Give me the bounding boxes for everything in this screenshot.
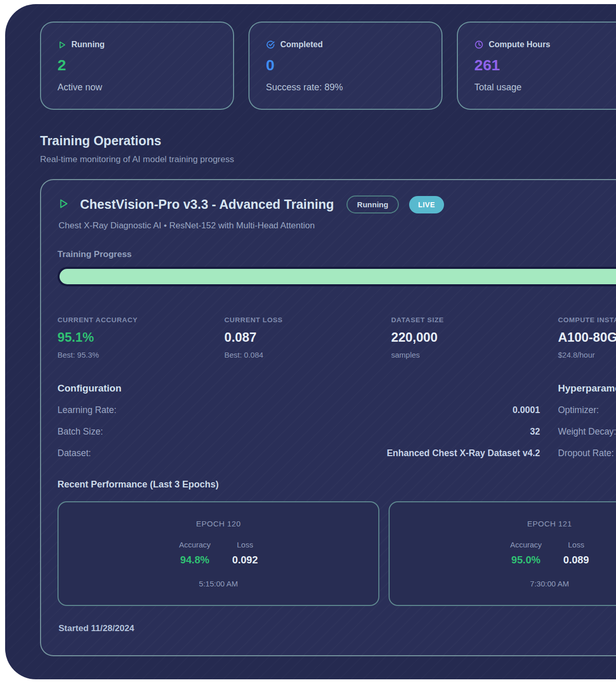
status-badge: Running bbox=[346, 195, 399, 213]
epoch-loss-label: Loss bbox=[232, 540, 258, 549]
hyper-row-weight-decay: Weight Decay: bbox=[558, 426, 616, 437]
metric-label: CURRENT LOSS bbox=[224, 316, 391, 324]
metric-value: 0.087 bbox=[224, 330, 391, 345]
metric-dataset-size: DATASET SIZE 220,000 samples bbox=[391, 316, 558, 359]
hyper-label: Dropout Rate: bbox=[558, 448, 614, 459]
metric-value: A100-80GB bbox=[558, 330, 616, 345]
metric-compute-instance: COMPUTE INSTANCE A100-80GB $24.8/hour bbox=[558, 316, 616, 359]
config-row-dataset: Dataset: Enhanced Chest X-Ray Dataset v4… bbox=[57, 448, 540, 459]
metric-current-accuracy: CURRENT ACCURACY 95.1% Best: 95.3% bbox=[57, 316, 224, 359]
stat-subtext: Total usage bbox=[474, 82, 616, 93]
stat-label: Completed bbox=[280, 40, 323, 49]
stat-subtext: Success rate: 89% bbox=[266, 82, 425, 93]
metric-value: 220,000 bbox=[391, 330, 558, 345]
configuration-title: Configuration bbox=[57, 383, 540, 394]
progress-fill bbox=[60, 269, 616, 284]
job-title: ChestVision-Pro v3.3 - Advanced Training bbox=[80, 197, 334, 212]
started-date: Started 11/28/2024 bbox=[59, 623, 616, 634]
job-header: ChestVision-Pro v3.3 - Advanced Training… bbox=[57, 195, 616, 213]
epoch-accuracy-label: Accuracy bbox=[179, 540, 211, 549]
configuration-panel: Configuration Learning Rate: 0.0001 Batc… bbox=[57, 383, 540, 459]
epochs-row: EPOCH 120 Accuracy 94.8% Loss 0.092 5:15… bbox=[57, 501, 616, 606]
page-subtitle: Real-time monitoring of AI model trainin… bbox=[40, 154, 616, 165]
hyperparameters-title: Hyperparameters bbox=[558, 383, 616, 394]
hyper-row-dropout-rate: Dropout Rate: bbox=[558, 448, 616, 459]
metric-subtext: Best: 0.084 bbox=[224, 350, 391, 359]
play-icon bbox=[57, 198, 69, 211]
page-title: Training Operations bbox=[40, 133, 616, 148]
config-label: Dataset: bbox=[57, 448, 91, 459]
dashboard-container: Running 2 Active now Completed 0 Success… bbox=[5, 4, 616, 679]
training-job-card[interactable]: ChestVision-Pro v3.3 - Advanced Training… bbox=[40, 179, 616, 656]
metric-label: DATASET SIZE bbox=[391, 316, 558, 324]
epoch-timestamp: 7:30:00 AM bbox=[530, 579, 569, 588]
training-progress-bar bbox=[57, 267, 616, 286]
epoch-card-121: EPOCH 121 Accuracy 95.0% Loss 0.089 7:30… bbox=[389, 501, 616, 606]
stat-value: 0 bbox=[266, 56, 425, 74]
config-row-learning-rate: Learning Rate: 0.0001 bbox=[57, 405, 540, 416]
section-header: Training Operations Real-time monitoring… bbox=[40, 133, 616, 165]
epoch-accuracy-value: 94.8% bbox=[179, 554, 211, 566]
clock-icon bbox=[474, 40, 484, 49]
hyperparameters-panel: Hyperparameters Optimizer: Weight Decay:… bbox=[558, 383, 616, 459]
epoch-loss: Loss 0.092 bbox=[232, 540, 258, 566]
epoch-loss-value: 0.089 bbox=[563, 554, 589, 566]
epoch-metrics: Accuracy 94.8% Loss 0.092 bbox=[179, 540, 258, 566]
metric-subtext: samples bbox=[391, 350, 558, 359]
config-label: Learning Rate: bbox=[57, 405, 117, 416]
stat-value: 2 bbox=[57, 56, 217, 74]
stat-card-completed-header: Completed bbox=[266, 40, 425, 49]
job-subtitle: Chest X-Ray Diagnostic AI • ResNet-152 w… bbox=[59, 221, 616, 231]
epoch-accuracy: Accuracy 94.8% bbox=[179, 540, 211, 566]
epoch-title: EPOCH 121 bbox=[527, 519, 572, 528]
stat-card-running-header: Running bbox=[57, 40, 217, 49]
epoch-accuracy-label: Accuracy bbox=[510, 540, 542, 549]
stat-label: Compute Hours bbox=[489, 40, 550, 49]
stats-row: Running 2 Active now Completed 0 Success… bbox=[40, 22, 616, 110]
config-label: Batch Size: bbox=[57, 426, 103, 437]
metric-label: COMPUTE INSTANCE bbox=[558, 316, 616, 324]
epoch-loss-value: 0.092 bbox=[232, 554, 258, 566]
stat-card-completed[interactable]: Completed 0 Success rate: 89% bbox=[248, 22, 442, 110]
epoch-loss-label: Loss bbox=[563, 540, 589, 549]
config-value: 32 bbox=[530, 426, 540, 437]
progress-label: Training Progress bbox=[57, 249, 616, 260]
stat-value: 261 bbox=[474, 56, 616, 74]
hyper-row-optimizer: Optimizer: bbox=[558, 405, 616, 416]
epoch-accuracy: Accuracy 95.0% bbox=[510, 540, 542, 566]
epoch-card-120: EPOCH 120 Accuracy 94.8% Loss 0.092 5:15… bbox=[57, 501, 379, 606]
check-circle-icon bbox=[266, 40, 275, 49]
epoch-loss: Loss 0.089 bbox=[563, 540, 589, 566]
stat-subtext: Active now bbox=[57, 82, 217, 93]
metrics-row: CURRENT ACCURACY 95.1% Best: 95.3% CURRE… bbox=[57, 316, 616, 359]
hyper-label: Weight Decay: bbox=[558, 426, 616, 437]
stat-card-compute-header: Compute Hours bbox=[474, 40, 616, 49]
config-value: Enhanced Chest X-Ray Dataset v4.2 bbox=[387, 448, 540, 459]
play-icon bbox=[57, 41, 66, 49]
config-grid: Configuration Learning Rate: 0.0001 Batc… bbox=[57, 383, 616, 459]
recent-performance-title: Recent Performance (Last 3 Epochs) bbox=[57, 479, 616, 490]
stat-label: Running bbox=[71, 40, 105, 49]
metric-subtext: Best: 95.3% bbox=[57, 350, 224, 359]
epoch-title: EPOCH 120 bbox=[196, 519, 241, 528]
config-row-batch-size: Batch Size: 32 bbox=[57, 426, 540, 437]
live-badge: LIVE bbox=[409, 196, 444, 213]
stat-card-compute-hours[interactable]: Compute Hours 261 Total usage bbox=[457, 22, 616, 110]
epoch-accuracy-value: 95.0% bbox=[510, 554, 542, 566]
hyper-label: Optimizer: bbox=[558, 405, 599, 416]
metric-value: 95.1% bbox=[57, 330, 224, 345]
metric-label: CURRENT ACCURACY bbox=[57, 316, 224, 324]
stat-card-running[interactable]: Running 2 Active now bbox=[40, 22, 234, 110]
config-value: 0.0001 bbox=[512, 405, 540, 416]
epoch-metrics: Accuracy 95.0% Loss 0.089 bbox=[510, 540, 589, 566]
epoch-timestamp: 5:15:00 AM bbox=[199, 579, 238, 588]
metric-subtext: $24.8/hour bbox=[558, 350, 616, 359]
metric-current-loss: CURRENT LOSS 0.087 Best: 0.084 bbox=[224, 316, 391, 359]
